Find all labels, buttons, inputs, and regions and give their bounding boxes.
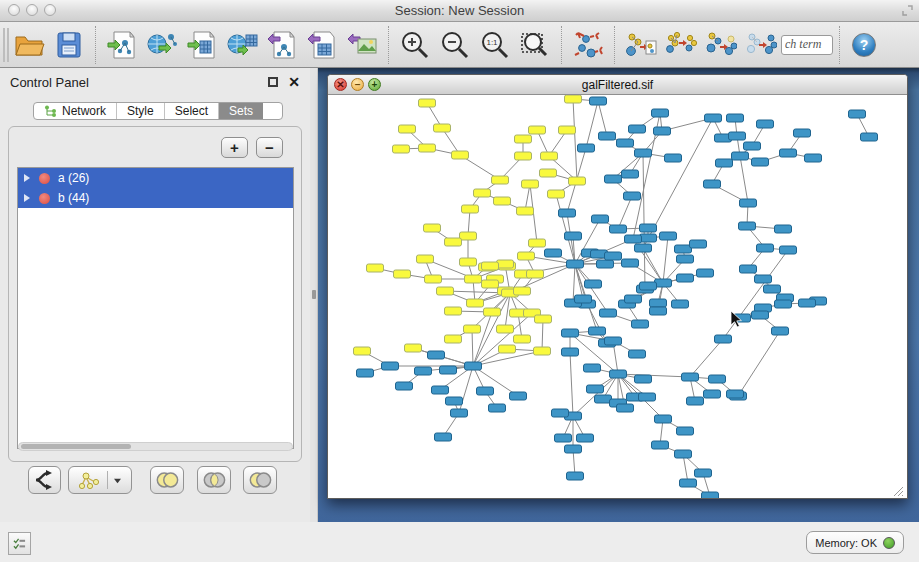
- graph-node[interactable]: [419, 144, 436, 152]
- graph-node[interactable]: [624, 192, 641, 200]
- tab-network[interactable]: Network: [34, 103, 117, 119]
- graph-node[interactable]: [367, 264, 384, 272]
- graph-node[interactable]: [640, 224, 657, 232]
- open-session-button[interactable]: [9, 25, 49, 65]
- graph-node[interactable]: [522, 180, 539, 188]
- remove-set-button[interactable]: −: [256, 137, 283, 158]
- graph-node[interactable]: [589, 327, 606, 335]
- graph-node[interactable]: [665, 154, 682, 162]
- graph-node[interactable]: [567, 472, 584, 480]
- graph-node[interactable]: [775, 225, 792, 233]
- graph-node[interactable]: [565, 95, 582, 103]
- graph-node[interactable]: [445, 307, 462, 315]
- add-set-button[interactable]: +: [221, 137, 248, 158]
- graph-node[interactable]: [600, 309, 617, 317]
- difference-sets-button[interactable]: [243, 466, 277, 494]
- task-history-button[interactable]: [8, 532, 31, 555]
- graph-node[interactable]: [462, 205, 479, 213]
- zoom-actual-button[interactable]: 1:1: [475, 25, 515, 65]
- graph-node[interactable]: [428, 351, 445, 359]
- tab-style[interactable]: Style: [117, 103, 165, 119]
- graph-node[interactable]: [584, 364, 601, 372]
- graph-node[interactable]: [677, 255, 694, 263]
- graph-node[interactable]: [394, 270, 411, 278]
- graph-node[interactable]: [599, 132, 616, 140]
- graph-node[interactable]: [432, 386, 449, 394]
- graph-node[interactable]: [510, 392, 527, 400]
- graph-node[interactable]: [727, 114, 744, 122]
- graph-node[interactable]: [704, 390, 721, 398]
- graph-node[interactable]: [405, 344, 422, 352]
- graph-node[interactable]: [695, 469, 712, 477]
- sets-horizontal-scrollbar[interactable]: [18, 442, 293, 451]
- graph-node[interactable]: [425, 275, 442, 283]
- graph-node[interactable]: [460, 258, 477, 266]
- graph-node[interactable]: [655, 279, 672, 287]
- show-all-button[interactable]: [741, 25, 781, 65]
- graph-node[interactable]: [729, 132, 746, 140]
- graph-node[interactable]: [515, 135, 532, 143]
- close-window-button[interactable]: [8, 4, 20, 16]
- graph-node[interactable]: [739, 222, 756, 230]
- graph-node[interactable]: [578, 144, 595, 152]
- graph-node[interactable]: [639, 393, 656, 401]
- graph-node[interactable]: [494, 197, 511, 205]
- graph-node[interactable]: [382, 362, 399, 370]
- graph-node[interactable]: [515, 152, 532, 160]
- graph-node[interactable]: [484, 308, 501, 316]
- graph-node[interactable]: [514, 287, 531, 295]
- search-input[interactable]: [781, 35, 833, 55]
- graph-node[interactable]: [440, 366, 457, 374]
- graph-node[interactable]: [517, 207, 534, 215]
- graph-node[interactable]: [780, 149, 797, 157]
- tab-sets[interactable]: Sets: [219, 103, 263, 119]
- graph-node[interactable]: [464, 325, 481, 333]
- graph-node[interactable]: [565, 232, 582, 240]
- graph-node[interactable]: [482, 262, 499, 270]
- close-panel-icon[interactable]: ✕: [288, 75, 300, 89]
- graph-node[interactable]: [585, 280, 602, 288]
- graph-node[interactable]: [567, 260, 584, 268]
- import-network-file-button[interactable]: [102, 25, 142, 65]
- expand-triangle-icon[interactable]: [24, 174, 30, 182]
- graph-node[interactable]: [590, 97, 607, 105]
- graph-node[interactable]: [764, 285, 781, 293]
- graph-node[interactable]: [541, 152, 558, 160]
- graph-node[interactable]: [652, 109, 669, 117]
- graph-node[interactable]: [452, 151, 469, 159]
- graph-node[interactable]: [545, 249, 562, 257]
- graph-node[interactable]: [752, 311, 769, 319]
- zoom-out-button[interactable]: [435, 25, 475, 65]
- graph-node[interactable]: [799, 299, 816, 307]
- graph-node[interactable]: [629, 350, 646, 358]
- graph-node[interactable]: [595, 395, 612, 403]
- divider-grip-icon[interactable]: [312, 290, 316, 299]
- export-table-button[interactable]: [302, 25, 342, 65]
- intersect-sets-button[interactable]: [197, 466, 231, 494]
- graph-node[interactable]: [682, 373, 699, 381]
- graph-node[interactable]: [445, 238, 462, 246]
- graph-node[interactable]: [548, 190, 565, 198]
- graph-node[interactable]: [629, 125, 646, 133]
- graph-node[interactable]: [622, 259, 639, 267]
- import-network-url-button[interactable]: [142, 25, 182, 65]
- graph-node[interactable]: [635, 244, 652, 252]
- graph-node[interactable]: [465, 275, 482, 283]
- graph-node[interactable]: [757, 244, 774, 252]
- graph-node[interactable]: [849, 110, 866, 118]
- network-canvas[interactable]: [328, 95, 907, 498]
- graph-node[interactable]: [780, 246, 797, 254]
- create-set-from-network-button[interactable]: [68, 466, 132, 494]
- graph-node[interactable]: [497, 325, 514, 333]
- graph-node[interactable]: [424, 224, 441, 232]
- graph-node[interactable]: [650, 299, 667, 307]
- graph-node[interactable]: [625, 295, 642, 303]
- memory-status-button[interactable]: Memory: OK: [806, 531, 904, 554]
- graph-node[interactable]: [446, 397, 463, 405]
- graph-node[interactable]: [605, 175, 622, 183]
- graph-node[interactable]: [805, 154, 822, 162]
- set-list-item[interactable]: b (44): [18, 188, 293, 208]
- graph-node[interactable]: [675, 245, 692, 253]
- graph-node[interactable]: [654, 127, 671, 135]
- graph-node[interactable]: [635, 375, 652, 383]
